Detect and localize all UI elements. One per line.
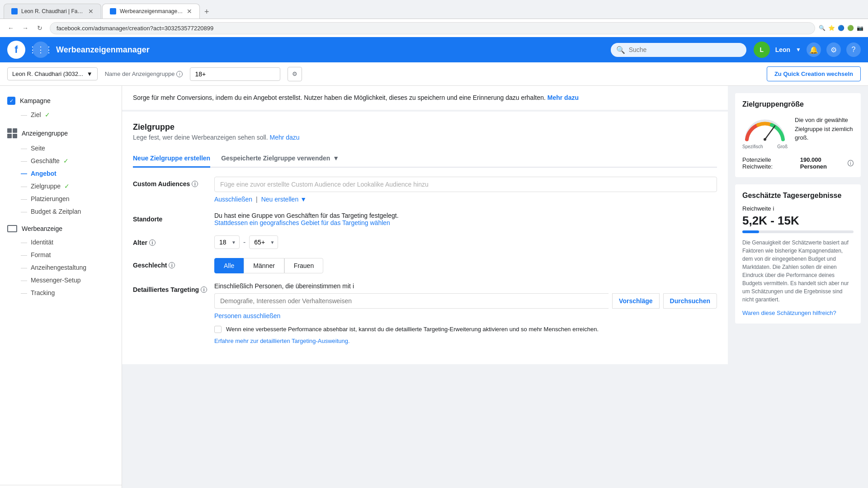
reach-info-icon[interactable]: i bbox=[848, 160, 854, 166]
settings-icon[interactable]: ⚙ bbox=[826, 42, 841, 57]
account-selector[interactable]: Leon R. Chaudhari (3032... ▼ bbox=[7, 67, 98, 80]
sidebar-sub-platzierungen[interactable]: — Platzierungen bbox=[0, 192, 122, 205]
format-label: Format bbox=[31, 251, 51, 258]
gender-maenner-button[interactable]: Männer bbox=[244, 258, 284, 273]
exclude-link[interactable]: Ausschließen bbox=[214, 196, 252, 203]
offer-banner-link[interactable]: Mehr dazu bbox=[547, 94, 579, 101]
sidebar-sub-messenger[interactable]: — Messenger-Setup bbox=[0, 274, 122, 286]
targeting-extension-row: Wenn eine verbesserte Performance absehb… bbox=[214, 325, 717, 334]
sidebar-item-werbeanzeige[interactable]: Werbeanzeige bbox=[0, 221, 122, 236]
sidebar-item-anzeigengruppe[interactable]: Anzeigengruppe bbox=[0, 125, 122, 142]
alter-label: Alter i bbox=[133, 235, 214, 246]
custom-audiences-control: Ausschließen | Neu erstellen ▼ bbox=[214, 177, 717, 203]
age-row: 18 - 65+ bbox=[214, 235, 717, 249]
alter-row: Alter i 18 - 65+ bbox=[133, 235, 717, 249]
geschaefte-check-icon: ✓ bbox=[63, 157, 69, 164]
right-panel: Zielgruppengröße bbox=[728, 86, 868, 488]
header-right: L Leon ▼ 🔔 ⚙ ? bbox=[754, 42, 861, 58]
age-to-select[interactable]: 65+ bbox=[249, 235, 278, 249]
browser-tab-1[interactable]: Leon R. Chaudhari | Facebook ✕ bbox=[4, 4, 101, 19]
adgroup-settings-button[interactable]: ⚙ bbox=[288, 67, 302, 81]
tab-neue-zielgruppe[interactable]: Neue Zielgruppe erstellen bbox=[133, 150, 210, 168]
sidebar-sub-identitaet[interactable]: — Identität bbox=[0, 236, 122, 249]
targeting-info-icon[interactable]: i bbox=[201, 286, 207, 293]
new-create-button[interactable]: Neu erstellen ▼ bbox=[261, 196, 307, 203]
help-icon[interactable]: ? bbox=[846, 42, 861, 57]
avatar: L bbox=[754, 42, 770, 58]
offer-banner-text: Sorge für mehr Conversions, indem du ein… bbox=[133, 93, 717, 103]
alter-info-icon[interactable]: i bbox=[149, 239, 156, 246]
sidebar-sub-angebot[interactable]: — Angebot bbox=[0, 167, 122, 180]
identitaet-label: Identität bbox=[31, 239, 53, 246]
browser-chrome: Leon R. Chaudhari | Facebook ✕ Werbeanze… bbox=[0, 0, 868, 37]
sidebar-sub-ziel[interactable]: — Ziel ✓ bbox=[0, 108, 122, 121]
adgroup-name-input[interactable] bbox=[190, 67, 280, 81]
gender-frauen-button[interactable]: Frauen bbox=[284, 258, 323, 273]
helpful-link[interactable]: Waren diese Schätzungen hilfreich? bbox=[742, 310, 836, 316]
standorte-control: Du hast eine Gruppe von Geschäften für d… bbox=[214, 212, 717, 226]
sidebar-sub-seite[interactable]: — Seite bbox=[0, 142, 122, 155]
svg-line-0 bbox=[765, 126, 775, 140]
targeting-input[interactable] bbox=[214, 293, 609, 309]
new-create-dropdown-icon: ▼ bbox=[300, 196, 307, 203]
close-button[interactable]: Schließen bbox=[0, 485, 122, 488]
sidebar-zielgruppe-check-icon: ✓ bbox=[64, 183, 70, 190]
back-button[interactable]: ← bbox=[5, 22, 17, 34]
gauge-labels: Spezifisch Groß bbox=[742, 144, 788, 149]
adgroup-label: Name der Anzeigengruppe i bbox=[105, 70, 183, 77]
sidebar-sub-zielgruppe[interactable]: — Zielgruppe ✓ bbox=[0, 180, 122, 192]
custom-audiences-input[interactable] bbox=[214, 177, 717, 192]
targeting-control: Einschließlich Personen, die übereinstim… bbox=[214, 282, 717, 344]
sidebar-item-kampagne[interactable]: ✓ Kampagne bbox=[0, 93, 122, 108]
ziel-label: Ziel bbox=[31, 111, 41, 118]
search-bar[interactable]: 🔍 bbox=[611, 43, 746, 57]
personen-ausschliessen-link[interactable]: Personen ausschließen bbox=[214, 312, 280, 319]
sidebar: ✓ Kampagne — Ziel ✓ Anzeigengruppe — bbox=[0, 86, 122, 488]
standorte-link[interactable]: Stattdessen ein geografisches Gebiet für… bbox=[214, 219, 390, 226]
new-tab-button[interactable]: + bbox=[201, 5, 213, 19]
sidebar-sub-tracking[interactable]: — Tracking bbox=[0, 286, 122, 299]
tab-close-1[interactable]: ✕ bbox=[88, 8, 94, 15]
url-bar[interactable]: facebook.com/adsmanager/creation?act=303… bbox=[50, 22, 815, 34]
gauge-container: Spezifisch Groß Die von dir gewählte Zie… bbox=[742, 116, 854, 149]
sidebar-sub-geschaefte[interactable]: — Geschäfte ✓ bbox=[0, 155, 122, 167]
durchsuchen-button[interactable]: Durchsuchen bbox=[663, 293, 717, 309]
tab-close-2[interactable]: ✕ bbox=[187, 8, 192, 15]
geschaetzte-title: Geschätzte Tagesergebnisse bbox=[742, 192, 854, 200]
notifications-icon[interactable]: 🔔 bbox=[807, 42, 821, 57]
reach-bar-inner bbox=[742, 230, 759, 233]
geschlecht-control: Alle Männer Frauen bbox=[214, 258, 717, 273]
gender-alle-button[interactable]: Alle bbox=[214, 258, 244, 273]
targeting-row: Detailliertes Targeting i Einschließlich… bbox=[133, 282, 717, 344]
facebook-logo: f bbox=[7, 41, 25, 59]
sidebar-sub-budget[interactable]: — Budget & Zeitplan bbox=[0, 205, 122, 218]
reichweite-info-icon[interactable]: i bbox=[773, 205, 774, 212]
sidebar-sub-format[interactable]: — Format bbox=[0, 249, 122, 261]
sidebar-sub-anzeihengestaltung[interactable]: — Anzeihengestaltung bbox=[0, 261, 122, 274]
search-input[interactable] bbox=[629, 46, 741, 53]
geschlecht-row: Geschlecht i Alle Männer Frauen bbox=[133, 258, 717, 273]
tab-favicon-2 bbox=[110, 8, 116, 14]
custom-audiences-info-icon[interactable]: i bbox=[192, 181, 198, 187]
vorschlaege-button[interactable]: Vorschläge bbox=[612, 293, 659, 309]
refresh-button[interactable]: ↻ bbox=[33, 22, 46, 34]
zielgruppe-groesse-card: Zielgruppengröße bbox=[735, 93, 861, 177]
app-switcher-button[interactable]: ⋮⋮⋮ bbox=[33, 42, 49, 58]
werbeanzeige-label: Werbeanzeige bbox=[22, 225, 62, 232]
zielgruppe-desc-link[interactable]: Mehr dazu bbox=[270, 134, 300, 141]
targeting-extension-text: Wenn eine verbesserte Performance absehb… bbox=[226, 325, 599, 334]
age-from-select[interactable]: 18 bbox=[214, 235, 240, 249]
forward-button[interactable]: → bbox=[19, 22, 32, 34]
geschlecht-info-icon[interactable]: i bbox=[169, 262, 175, 268]
tab-gespeicherte-zielgruppe[interactable]: Gespeicherte Zielgruppe verwenden ▼ bbox=[221, 150, 339, 168]
learn-more-link[interactable]: Erfahre mehr zur detaillierten Targeting… bbox=[214, 338, 350, 344]
targeting-desc-info-icon[interactable]: i bbox=[353, 282, 354, 290]
adgroup-info-icon[interactable]: i bbox=[176, 71, 183, 77]
anzeigengruppe-label: Anzeigengruppe bbox=[22, 130, 68, 137]
anzeihengestaltung-label: Anzeihengestaltung bbox=[31, 264, 86, 271]
tracking-label: Tracking bbox=[31, 289, 55, 296]
browser-tab-2[interactable]: Werbeanzeigenmanager - Cr... ✕ bbox=[102, 4, 200, 19]
targeting-extension-checkbox[interactable] bbox=[214, 326, 222, 333]
quick-create-button[interactable]: Zu Quick Creation wechseln bbox=[767, 66, 861, 81]
content-area: Sorge für mehr Conversions, indem du ein… bbox=[122, 86, 728, 488]
